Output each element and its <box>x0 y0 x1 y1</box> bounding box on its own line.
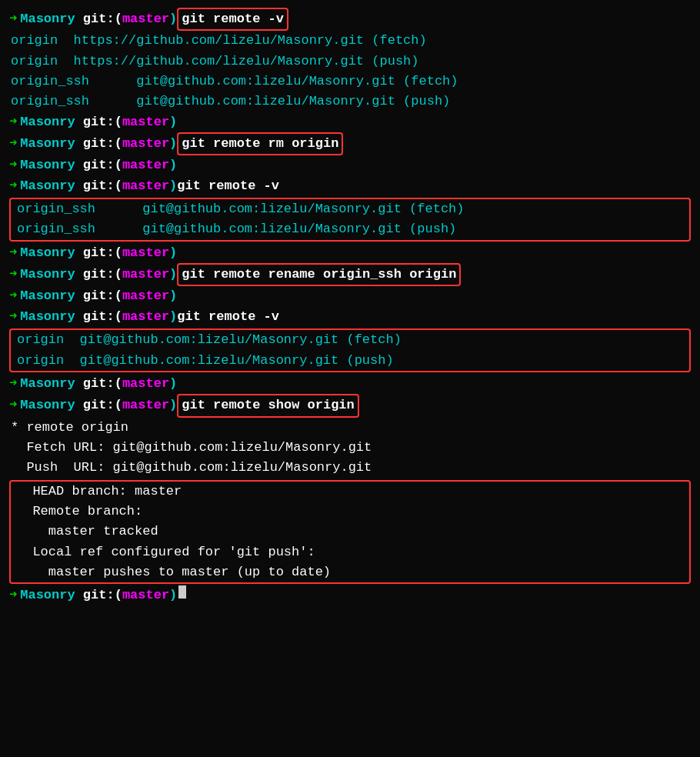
output-line: * remote origin <box>9 418 691 438</box>
prompt-branch: master <box>122 9 169 29</box>
terminal-line: ➜ Masonry git:(master) git remote rm ori… <box>9 132 691 155</box>
output-line: master pushes to master (up to date) <box>15 562 685 582</box>
terminal-line: ➜ Masonry git:(master) git remote -v <box>9 176 691 196</box>
prompt-branch: master <box>122 585 169 605</box>
prompt-dir: Masonry <box>20 307 75 327</box>
prompt-paren: ) <box>169 112 177 132</box>
command-plain: git remote -v <box>177 176 279 196</box>
output-line: Push URL: git@github.com:lizelu/Masonry.… <box>9 458 691 478</box>
prompt-arrow: ➜ <box>9 265 17 285</box>
prompt-branch: master <box>122 307 169 327</box>
output-line: origin_ssh git@github.com:lizelu/Masonry… <box>9 72 691 92</box>
terminal: ➜ Masonry git:(master) git remote -vorig… <box>9 8 691 606</box>
output-line: origin git@github.com:lizelu/Masonry.git… <box>15 351 685 371</box>
output-line: origin_ssh git@github.com:lizelu/Masonry… <box>15 199 685 219</box>
prompt-arrow: ➜ <box>9 374 17 394</box>
prompt-paren: ) <box>169 155 177 175</box>
prompt-git: git:( <box>75 243 122 263</box>
output-box: HEAD branch: master Remote branch: maste… <box>9 480 691 585</box>
terminal-line: ➜ Masonry git:(master) git remote show o… <box>9 394 691 417</box>
command-box: git remote rename origin_ssh origin <box>177 263 461 286</box>
prompt-git: git:( <box>75 374 122 394</box>
prompt-branch: master <box>122 286 169 306</box>
terminal-line: ➜ Masonry git:(master) <box>9 155 691 175</box>
prompt-paren: ) <box>169 374 177 394</box>
command-box: git remote show origin <box>177 394 358 417</box>
prompt-paren: ) <box>169 265 177 285</box>
output-line: origin_ssh git@github.com:lizelu/Masonry… <box>15 219 685 239</box>
prompt-git: git:( <box>75 155 122 175</box>
command-plain: git remote -v <box>177 307 279 327</box>
prompt-branch: master <box>122 243 169 263</box>
terminal-line: ➜ Masonry git:(master) <box>9 374 691 394</box>
prompt-git: git:( <box>75 395 122 415</box>
output-line: origin https://github.com/lizelu/Masonry… <box>9 52 691 72</box>
prompt-arrow: ➜ <box>9 243 17 263</box>
prompt-git: git:( <box>75 585 122 605</box>
prompt-branch: master <box>122 374 169 394</box>
prompt-paren: ) <box>169 395 177 415</box>
terminal-line: ➜ Masonry git:(master) <box>9 243 691 263</box>
output-line: HEAD branch: master <box>15 482 685 502</box>
cursor <box>178 585 186 599</box>
prompt-dir: Masonry <box>20 112 75 132</box>
output-line: Fetch URL: git@github.com:lizelu/Masonry… <box>9 438 691 458</box>
output-line: origin https://github.com/lizelu/Masonry… <box>9 31 691 51</box>
command-box: git remote -v <box>177 8 288 31</box>
output-line: Local ref configured for 'git push': <box>15 542 685 562</box>
prompt-dir: Masonry <box>20 585 75 605</box>
prompt-git: git:( <box>75 286 122 306</box>
prompt-git: git:( <box>75 176 122 196</box>
prompt-git: git:( <box>75 265 122 285</box>
output-line: origin git@github.com:lizelu/Masonry.git… <box>15 330 685 350</box>
prompt-dir: Masonry <box>20 155 75 175</box>
prompt-branch: master <box>122 176 169 196</box>
terminal-line: ➜ Masonry git:(master) git remote -v <box>9 307 691 327</box>
prompt-branch: master <box>122 395 169 415</box>
command-box: git remote rm origin <box>177 132 343 155</box>
prompt-arrow: ➜ <box>9 395 17 415</box>
terminal-line: ➜ Masonry git:(master) <box>9 286 691 306</box>
prompt-branch: master <box>122 112 169 132</box>
prompt-paren: ) <box>169 286 177 306</box>
prompt-arrow: ➜ <box>9 134 17 154</box>
prompt-git: git:( <box>75 134 122 154</box>
prompt-branch: master <box>122 155 169 175</box>
prompt-paren: ) <box>169 243 177 263</box>
output-line: Remote branch: <box>15 502 685 522</box>
prompt-arrow: ➜ <box>9 176 17 196</box>
prompt-dir: Masonry <box>20 134 75 154</box>
prompt-paren: ) <box>169 134 177 154</box>
prompt-dir: Masonry <box>20 374 75 394</box>
prompt-branch: master <box>122 265 169 285</box>
prompt-arrow: ➜ <box>9 155 17 175</box>
prompt-git: git:( <box>75 9 122 29</box>
terminal-line: ➜ Masonry git:(master) <box>9 585 691 605</box>
prompt-git: git:( <box>75 112 122 132</box>
output-box: origin git@github.com:lizelu/Masonry.git… <box>9 328 691 372</box>
prompt-arrow: ➜ <box>9 9 17 29</box>
prompt-dir: Masonry <box>20 395 75 415</box>
output-line: origin_ssh git@github.com:lizelu/Masonry… <box>9 92 691 112</box>
prompt-branch: master <box>122 134 169 154</box>
prompt-dir: Masonry <box>20 286 75 306</box>
prompt-arrow: ➜ <box>9 307 17 327</box>
terminal-line: ➜ Masonry git:(master) git remote rename… <box>9 263 691 286</box>
prompt-arrow: ➜ <box>9 585 17 605</box>
prompt-dir: Masonry <box>20 243 75 263</box>
prompt-dir: Masonry <box>20 265 75 285</box>
terminal-line: ➜ Masonry git:(master) git remote -v <box>9 8 691 31</box>
prompt-paren: ) <box>169 9 177 29</box>
prompt-dir: Masonry <box>20 9 75 29</box>
prompt-paren: ) <box>169 585 177 605</box>
prompt-arrow: ➜ <box>9 112 17 132</box>
prompt-git: git:( <box>75 307 122 327</box>
prompt-arrow: ➜ <box>9 286 17 306</box>
prompt-dir: Masonry <box>20 176 75 196</box>
prompt-paren: ) <box>169 307 177 327</box>
output-line: master tracked <box>15 522 685 542</box>
terminal-line: ➜ Masonry git:(master) <box>9 112 691 132</box>
output-box: origin_ssh git@github.com:lizelu/Masonry… <box>9 198 691 242</box>
prompt-paren: ) <box>169 176 177 196</box>
